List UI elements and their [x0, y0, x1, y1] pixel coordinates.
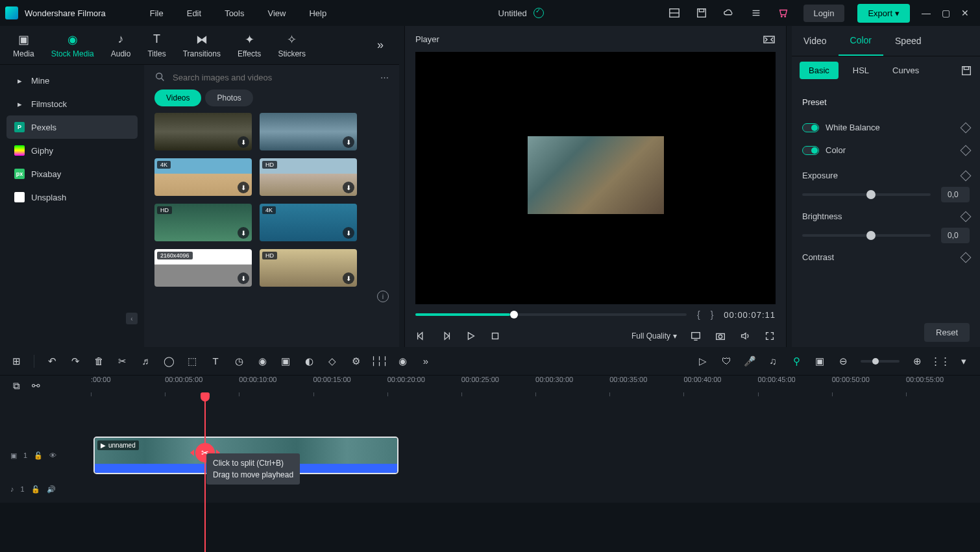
track-opts-dropdown-icon[interactable]: ▾	[958, 355, 970, 367]
menu-file[interactable]: File	[150, 8, 164, 18]
stock-thumbnail[interactable]: 4K⬇	[260, 204, 357, 241]
sidebar-item-unsplash[interactable]: Unsplash	[6, 186, 138, 209]
copy-icon[interactable]: ⧉	[10, 380, 22, 392]
menu-lines-icon[interactable]	[750, 7, 762, 19]
login-button[interactable]: Login	[803, 5, 845, 22]
more-tools-icon[interactable]: »	[420, 355, 432, 367]
mixer-icon[interactable]: ╎╎╎	[373, 355, 385, 367]
mask-icon[interactable]: ◯	[163, 355, 175, 367]
redo-icon[interactable]: ↷	[69, 355, 81, 367]
cloud-icon[interactable]	[723, 7, 735, 19]
subtab-basic[interactable]: Basic	[800, 62, 839, 79]
lock-icon[interactable]: 🔓	[31, 485, 40, 494]
stop-icon[interactable]	[489, 330, 501, 342]
screen-icon[interactable]: ▣	[280, 355, 291, 367]
quality-select[interactable]: Full Quality▾	[631, 331, 677, 341]
render-icon[interactable]: ◉	[397, 355, 408, 367]
visible-icon[interactable]: 👁	[49, 451, 56, 459]
save-preset-icon[interactable]	[961, 65, 972, 77]
chip-photos[interactable]: Photos	[205, 90, 252, 106]
menu-edit[interactable]: Edit	[187, 8, 201, 18]
mark-in-icon[interactable]: {	[697, 309, 700, 320]
tab-media[interactable]: ▣Media	[6, 30, 41, 61]
tab-transitions[interactable]: ⧓Transitions	[177, 30, 227, 61]
snapshot-icon[interactable]	[715, 330, 726, 342]
info-icon[interactable]: i	[377, 291, 389, 302]
prev-frame-icon[interactable]	[415, 330, 427, 342]
mark-out-icon[interactable]: }	[711, 309, 714, 320]
stock-thumbnail[interactable]: HD⬇	[260, 249, 357, 287]
playhead[interactable]: ✂	[204, 396, 206, 552]
collapse-left-icon[interactable]: ‹	[126, 313, 138, 324]
sidebar-item-filmstock[interactable]: ▸Filmstock	[6, 92, 138, 115]
slider-track[interactable]	[802, 193, 931, 196]
split-icon[interactable]: ✂	[116, 355, 128, 367]
stock-thumbnail[interactable]: 4K⬇	[154, 158, 252, 196]
delete-icon[interactable]: 🗑	[93, 355, 104, 367]
cart-icon[interactable]	[778, 7, 789, 19]
progress-thumb[interactable]	[510, 311, 518, 318]
keyframe-diamond-icon[interactable]: ◇	[326, 355, 338, 367]
download-icon[interactable]: ⬇	[343, 182, 354, 193]
menu-view[interactable]: View	[267, 8, 286, 18]
audio-mixer-icon[interactable]: ♫	[767, 355, 779, 367]
play-icon[interactable]	[465, 330, 476, 342]
stock-thumbnail[interactable]: ⬇	[154, 113, 252, 150]
sidebar-item-giphy[interactable]: Giphy	[6, 139, 138, 162]
play-section-icon[interactable]: ▷	[697, 355, 709, 367]
next-frame-icon[interactable]	[440, 330, 452, 342]
download-icon[interactable]: ⬇	[343, 136, 354, 148]
stock-thumbnail[interactable]: HD⬇	[260, 158, 357, 196]
mute-icon[interactable]: 🔊	[47, 485, 56, 494]
chip-videos[interactable]: Videos	[154, 90, 201, 106]
crop-icon[interactable]: ⬚	[186, 355, 198, 367]
slider-value[interactable]: 0,0	[941, 228, 970, 243]
keyframe-icon[interactable]	[961, 211, 972, 222]
volume-icon[interactable]	[739, 330, 751, 342]
subtab-curves[interactable]: Curves	[883, 62, 928, 79]
toggle-color[interactable]	[802, 146, 819, 155]
tab-effects[interactable]: ✦Effects	[231, 30, 267, 61]
menu-tools[interactable]: Tools	[225, 8, 244, 18]
stock-thumbnail[interactable]: ⬇	[260, 113, 357, 150]
sidebar-item-pixabay[interactable]: pxPixabay	[6, 162, 138, 186]
slider-thumb[interactable]	[866, 231, 876, 240]
speed-icon[interactable]: ◷	[233, 355, 245, 367]
keyframe-icon[interactable]	[961, 122, 972, 133]
tab-stock-media[interactable]: ◉Stock Media	[45, 30, 101, 61]
window-minimize-icon[interactable]: —	[916, 3, 936, 23]
grid-icon[interactable]: ⊞	[10, 355, 22, 367]
toggle-white-balance[interactable]	[802, 123, 819, 132]
slider-thumb[interactable]	[866, 190, 876, 199]
audio-edit-icon[interactable]: ♬	[140, 355, 151, 367]
menu-help[interactable]: Help	[309, 8, 326, 18]
more-icon[interactable]: ⋯	[380, 73, 389, 82]
sidebar-item-pexels[interactable]: PPexels	[6, 115, 138, 139]
zoom-out-icon[interactable]: ⊖	[837, 355, 849, 367]
download-icon[interactable]: ⬇	[238, 136, 249, 148]
track-opts-icon[interactable]: ⋮⋮	[935, 355, 946, 367]
keyframe-icon[interactable]	[961, 145, 972, 156]
zoom-slider[interactable]	[861, 360, 900, 363]
keyframe-icon[interactable]	[961, 170, 972, 181]
text-icon[interactable]: T	[210, 355, 221, 367]
preview-viewport[interactable]	[415, 52, 776, 304]
marker-icon[interactable]: 🛡	[720, 355, 732, 367]
square-icon[interactable]: ▣	[814, 355, 826, 367]
window-close-icon[interactable]: ✕	[955, 3, 975, 23]
search-input[interactable]	[173, 73, 374, 82]
link-icon[interactable]: ⚯	[30, 380, 42, 392]
tab-titles[interactable]: TTitles	[141, 30, 172, 61]
sidebar-item-mine[interactable]: ▸Mine	[6, 69, 138, 92]
compare-icon[interactable]	[763, 32, 776, 45]
motion-icon[interactable]: ◐	[303, 355, 315, 367]
tab-color[interactable]: Color	[839, 26, 883, 56]
undo-icon[interactable]: ↶	[46, 355, 58, 367]
download-icon[interactable]: ⬇	[343, 272, 354, 284]
zoom-in-icon[interactable]: ⊕	[911, 355, 923, 367]
reset-button[interactable]: Reset	[924, 323, 970, 342]
lock-icon[interactable]: 🔓	[34, 451, 43, 460]
slider-value[interactable]: 0,0	[941, 187, 970, 202]
export-button[interactable]: Export▾	[857, 4, 910, 23]
adjust-icon[interactable]: ⚙	[350, 355, 361, 367]
